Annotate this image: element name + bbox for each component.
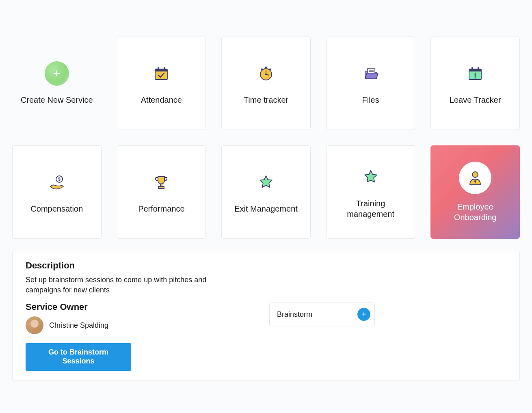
clock-icon (254, 61, 278, 86)
trophy-icon (149, 170, 173, 195)
card-label: Exit Management (234, 203, 298, 214)
card-label: Compensation (30, 203, 83, 214)
chip-label: Brainstorm (277, 310, 312, 319)
card-label: Performance (138, 203, 185, 214)
service-card-compensation[interactable]: $ Compensation (12, 145, 102, 239)
description-text: Set up brainstorm sessions to come up wi… (26, 275, 237, 295)
card-label: Employee Onboarding (439, 201, 512, 223)
svg-rect-2 (158, 67, 159, 70)
service-card-attendance[interactable]: Attendance (117, 37, 206, 130)
plus-icon: + (45, 61, 69, 86)
card-label: Time tracker (244, 95, 288, 105)
svg-rect-23 (158, 186, 164, 188)
service-card-time-tracker[interactable]: Time tracker (221, 37, 311, 130)
svg-text:$: $ (58, 177, 61, 182)
description-heading: Description (26, 260, 237, 271)
person-icon (459, 162, 491, 194)
card-label: Leave Tracker (450, 95, 501, 105)
brainstorm-chip: Brainstorm + (269, 303, 375, 326)
service-detail-panel: Description Set up brainstorm sessions t… (12, 251, 520, 381)
service-owner-row: Christine Spalding (26, 316, 237, 334)
card-label: Create New Service (21, 95, 93, 105)
svg-rect-15 (469, 69, 481, 71)
svg-point-9 (261, 69, 263, 71)
service-card-files[interactable]: Files (326, 37, 415, 130)
service-owner-heading: Service Owner (26, 302, 237, 312)
svg-rect-1 (155, 69, 167, 71)
folder-icon (359, 61, 383, 86)
avatar (26, 316, 43, 334)
svg-point-10 (269, 69, 271, 71)
svg-rect-16 (471, 67, 473, 70)
svg-rect-3 (164, 67, 165, 70)
service-owner-name: Christine Spalding (49, 321, 108, 330)
service-card-performance[interactable]: Performance (117, 145, 206, 239)
svg-point-19 (475, 77, 476, 78)
service-card-training-management[interactable]: Training management (326, 145, 415, 239)
card-label: Training management (335, 198, 407, 219)
card-label: Files (362, 95, 379, 105)
star-icon (254, 170, 278, 195)
card-label: Attendance (141, 95, 182, 105)
add-icon[interactable]: + (357, 308, 370, 321)
service-card-employee-onboarding[interactable]: Employee Onboarding (430, 145, 520, 239)
service-grid: + Create New Service Attendance (12, 37, 520, 239)
create-new-service-card[interactable]: + Create New Service (12, 37, 102, 130)
service-card-leave-tracker[interactable]: Leave Tracker (430, 37, 520, 130)
star-icon (359, 165, 383, 189)
calendar-alert-icon (463, 61, 487, 86)
calendar-check-icon (149, 61, 173, 86)
hand-coin-icon: $ (45, 170, 69, 195)
svg-rect-8 (265, 67, 267, 68)
service-card-exit-management[interactable]: Exit Management (221, 145, 311, 239)
svg-rect-17 (478, 67, 479, 70)
svg-point-24 (472, 172, 478, 177)
go-to-brainstorm-button[interactable]: Go to Brainstorm Sessions (26, 343, 131, 370)
